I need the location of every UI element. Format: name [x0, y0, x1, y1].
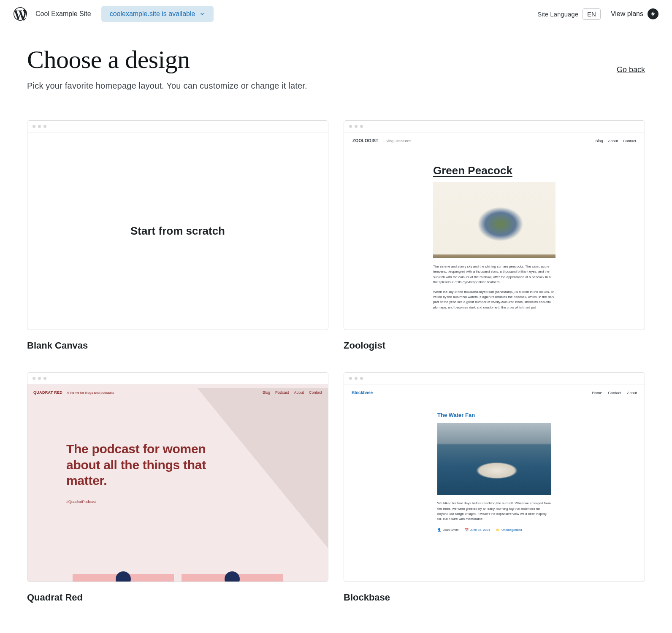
page-title: Choose a design [27, 45, 190, 74]
browser-dots-icon [27, 373, 328, 384]
bb-post-title: The Water Fan [437, 412, 551, 418]
qr-nav-item: Contact [309, 390, 322, 395]
theme-name: Blockbase [344, 592, 645, 603]
zoo-brand: ZOOLOGIST [352, 138, 379, 143]
view-plans-link[interactable]: View plans [611, 8, 658, 19]
bb-nav-item: Contact [608, 391, 621, 395]
zoo-nav-item: About [608, 139, 618, 143]
bb-nav-item: About [627, 391, 637, 395]
qr-brand: QUADRAT RED [33, 390, 62, 395]
zoo-nav-item: Blog [595, 139, 603, 143]
go-back-link[interactable]: Go back [617, 65, 645, 74]
zoo-tagline: Living Creatures [384, 139, 412, 143]
theme-card-zoologist[interactable]: ZOOLOGIST Living Creatures Blog About Co… [344, 120, 645, 351]
site-language-selector[interactable]: Site Language EN [537, 8, 601, 20]
view-plans-label: View plans [611, 10, 643, 18]
bb-author: Joan Smith [443, 528, 459, 532]
qr-tagline: A theme for blogs and podcasts [67, 391, 114, 395]
qr-nav-item: Podcast [275, 390, 289, 395]
qr-tiles [27, 574, 328, 582]
theme-card-quadrat-red[interactable]: QUADRAT RED A theme for blogs and podcas… [27, 372, 328, 603]
bb-nav-item: Home [592, 391, 602, 395]
browser-dots-icon [27, 121, 328, 133]
browser-dots-icon [344, 121, 645, 133]
qr-hero-text: The podcast for women about all the thin… [66, 441, 235, 489]
browser-dots-icon [344, 373, 645, 384]
bb-category: Uncategorized [501, 528, 522, 532]
zoo-post-title: Green Peacock [433, 164, 555, 177]
folder-icon: 📁 [496, 528, 500, 532]
wordpress-logo-icon[interactable] [14, 7, 27, 21]
bb-date: June 15, 2021 [470, 528, 490, 532]
peacock-image [433, 182, 555, 258]
chevron-down-icon [199, 11, 205, 17]
qr-nav-item: Blog [263, 390, 270, 395]
domain-availability-button[interactable]: coolexample.site is available [101, 6, 214, 22]
theme-name: Zoologist [344, 340, 645, 351]
theme-card-blockbase[interactable]: Blockbase Home Contact About The Water F… [344, 372, 645, 603]
site-name: Cool Example Site [35, 10, 91, 18]
blank-canvas-label: Start from scratch [27, 133, 328, 330]
theme-name: Blank Canvas [27, 340, 328, 351]
bb-brand: Blockbase [352, 390, 373, 395]
zoo-paragraph: The serene and starry sky and the shinin… [433, 264, 555, 285]
person-icon: 👤 [437, 528, 441, 532]
domain-availability-text: coolexample.site is available [110, 10, 195, 18]
zoo-paragraph: When the sky or the thousand-rayed sun (… [433, 289, 555, 311]
site-language-label: Site Language [537, 11, 578, 18]
theme-card-blank-canvas[interactable]: Start from scratch Blank Canvas [27, 120, 328, 351]
lightning-icon [648, 8, 658, 19]
qr-hashtag: #QuadratPodcast [66, 500, 322, 504]
bb-paragraph: We hiked for four days before reaching t… [437, 501, 551, 522]
page-subtitle: Pick your favorite homepage layout. You … [27, 81, 645, 91]
water-fan-image [437, 423, 551, 495]
language-code: EN [583, 8, 601, 20]
qr-nav-item: About [294, 390, 304, 395]
zoo-nav-item: Contact [623, 139, 636, 143]
calendar-icon: 📅 [465, 528, 469, 532]
theme-name: Quadrat Red [27, 592, 328, 603]
